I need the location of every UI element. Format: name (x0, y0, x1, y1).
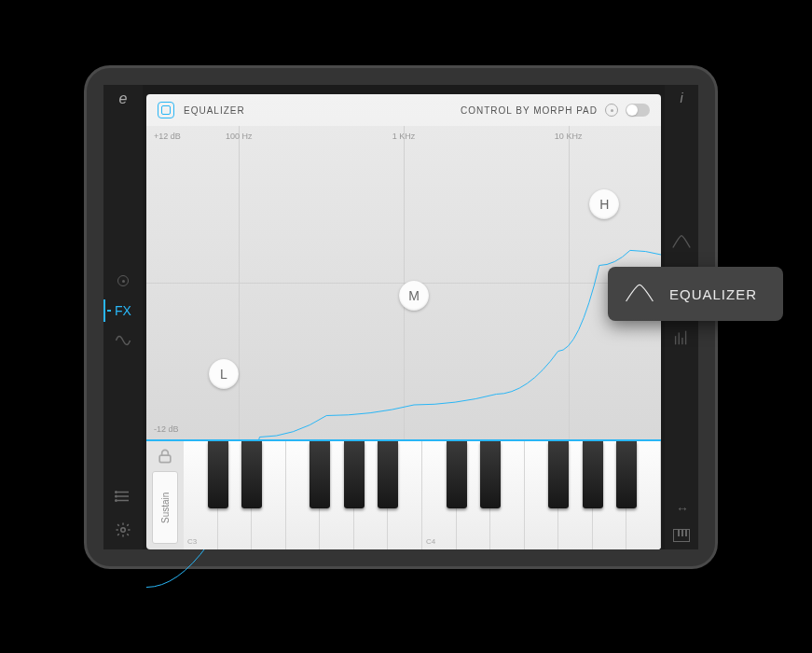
nav-wave-icon[interactable] (103, 326, 143, 355)
black-key[interactable] (241, 441, 262, 508)
black-key[interactable] (447, 441, 467, 508)
black-key[interactable] (208, 441, 228, 508)
key-label-c4: C4 (426, 537, 435, 546)
eq-node-high[interactable]: H (589, 189, 619, 219)
keyboard-row: Sustain C3C4 (146, 439, 661, 549)
panel-header: EQUALIZER CONTROL BY MORPH PAD (146, 94, 661, 126)
morph-label: CONTROL BY MORPH PAD (461, 105, 598, 116)
fx-slot-1-icon[interactable] (671, 232, 692, 253)
list-icon[interactable] (115, 488, 131, 508)
eq-panel: EQUALIZER CONTROL BY MORPH PAD +12 dB -1… (146, 94, 661, 439)
tooltip-label: EQUALIZER (669, 286, 757, 302)
black-key[interactable] (480, 441, 501, 508)
black-key[interactable] (344, 441, 365, 508)
svg-point-5 (116, 500, 117, 502)
black-key[interactable] (310, 441, 330, 508)
morph-knob-icon[interactable] (605, 104, 618, 117)
gear-icon[interactable] (115, 521, 131, 542)
eq-node-low[interactable]: L (209, 359, 239, 389)
sidebar-left: e FX (103, 85, 143, 549)
app-logo: e (119, 90, 128, 107)
eq-enable-icon[interactable] (158, 102, 174, 118)
svg-point-6 (121, 528, 126, 533)
svg-point-4 (116, 495, 117, 497)
panel-title: EQUALIZER (184, 105, 245, 116)
sustain-button[interactable]: Sustain (152, 471, 178, 544)
piano-keyboard[interactable]: C3C4 (184, 441, 661, 549)
morph-toggle[interactable] (626, 104, 650, 117)
fx-slot-4-icon[interactable] (671, 327, 692, 348)
main-area: EQUALIZER CONTROL BY MORPH PAD +12 dB -1… (143, 85, 665, 549)
eq-graph[interactable]: +12 dB -12 dB 100 Hz 1 KHz 10 KHz L M H (146, 126, 661, 439)
black-key[interactable] (548, 441, 569, 508)
mini-keyboard-icon[interactable] (673, 529, 690, 542)
eq-graph-wrap: +12 dB -12 dB 100 Hz 1 KHz 10 KHz L M H (146, 126, 661, 439)
black-key[interactable] (616, 441, 637, 508)
peak-curve-icon (625, 281, 654, 307)
key-label-c3: C3 (187, 537, 197, 546)
nav-fx-tab[interactable]: FX (103, 296, 143, 326)
eq-node-mid[interactable]: M (399, 281, 429, 311)
info-icon[interactable]: i (680, 90, 682, 105)
black-key[interactable] (378, 441, 398, 508)
black-key[interactable] (583, 441, 603, 508)
eq-tooltip: EQUALIZER (608, 267, 783, 321)
octave-arrows-icon[interactable]: ↔ (676, 501, 687, 516)
nav-preset-icon[interactable] (103, 266, 143, 296)
svg-point-3 (116, 492, 117, 493)
nav-fx-label: FX (115, 303, 131, 318)
